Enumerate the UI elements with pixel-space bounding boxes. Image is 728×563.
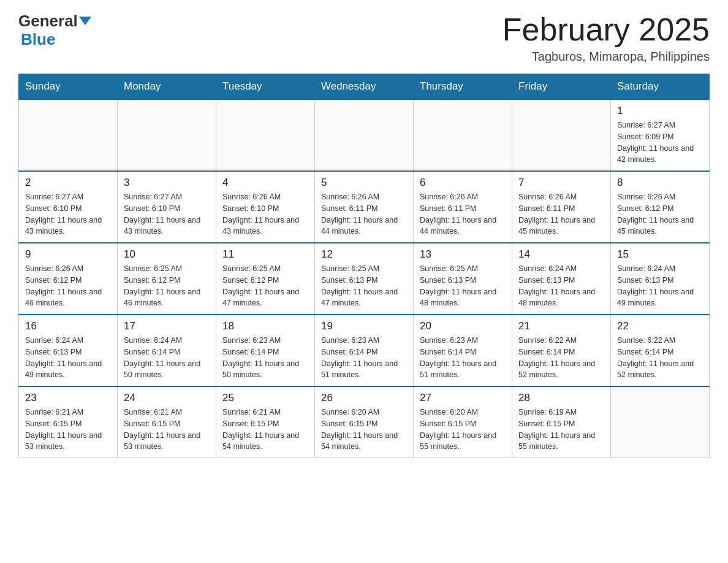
table-row: 4Sunrise: 6:26 AMSunset: 6:10 PMDaylight… xyxy=(216,171,315,243)
month-title: February 2025 xyxy=(502,12,710,47)
day-number: 8 xyxy=(617,177,703,189)
day-info: Sunrise: 6:23 AMSunset: 6:14 PMDaylight:… xyxy=(222,335,308,381)
table-row: 3Sunrise: 6:27 AMSunset: 6:10 PMDaylight… xyxy=(118,171,216,243)
day-info: Sunrise: 6:25 AMSunset: 6:12 PMDaylight:… xyxy=(124,263,210,309)
day-number: 25 xyxy=(222,392,308,404)
table-row: 17Sunrise: 6:24 AMSunset: 6:14 PMDayligh… xyxy=(118,315,216,386)
table-row xyxy=(512,99,611,171)
day-number: 2 xyxy=(25,177,111,189)
day-info: Sunrise: 6:26 AMSunset: 6:11 PMDaylight:… xyxy=(518,191,604,237)
table-row: 19Sunrise: 6:23 AMSunset: 6:14 PMDayligh… xyxy=(315,315,414,386)
day-info: Sunrise: 6:24 AMSunset: 6:13 PMDaylight:… xyxy=(518,263,604,309)
day-info: Sunrise: 6:27 AMSunset: 6:09 PMDaylight:… xyxy=(617,120,703,166)
table-row: 2Sunrise: 6:27 AMSunset: 6:10 PMDaylight… xyxy=(19,171,118,243)
col-monday: Monday xyxy=(118,74,216,100)
table-row: 11Sunrise: 6:25 AMSunset: 6:12 PMDayligh… xyxy=(216,243,315,315)
table-row: 12Sunrise: 6:25 AMSunset: 6:13 PMDayligh… xyxy=(315,243,414,315)
day-info: Sunrise: 6:26 AMSunset: 6:11 PMDaylight:… xyxy=(420,191,506,237)
day-info: Sunrise: 6:25 AMSunset: 6:13 PMDaylight:… xyxy=(420,263,506,309)
day-number: 23 xyxy=(25,392,111,404)
calendar-table: Sunday Monday Tuesday Wednesday Thursday… xyxy=(18,74,710,458)
day-number: 21 xyxy=(518,320,604,332)
title-block: February 2025 Tagburos, Mimaropa, Philip… xyxy=(502,12,710,64)
col-friday: Friday xyxy=(512,74,611,100)
day-info: Sunrise: 6:21 AMSunset: 6:15 PMDaylight:… xyxy=(124,407,210,453)
day-info: Sunrise: 6:23 AMSunset: 6:14 PMDaylight:… xyxy=(420,335,506,381)
logo-arrow-icon xyxy=(79,17,91,25)
table-row: 8Sunrise: 6:26 AMSunset: 6:12 PMDaylight… xyxy=(611,171,710,243)
day-number: 4 xyxy=(222,177,308,189)
day-number: 12 xyxy=(321,248,407,261)
day-number: 14 xyxy=(518,248,604,261)
table-row: 14Sunrise: 6:24 AMSunset: 6:13 PMDayligh… xyxy=(512,243,611,315)
table-row: 13Sunrise: 6:25 AMSunset: 6:13 PMDayligh… xyxy=(414,243,512,315)
day-number: 5 xyxy=(321,177,407,189)
day-info: Sunrise: 6:24 AMSunset: 6:13 PMDaylight:… xyxy=(25,335,111,381)
col-tuesday: Tuesday xyxy=(216,74,315,100)
day-number: 18 xyxy=(222,320,308,332)
day-info: Sunrise: 6:26 AMSunset: 6:11 PMDaylight:… xyxy=(321,191,407,237)
table-row: 18Sunrise: 6:23 AMSunset: 6:14 PMDayligh… xyxy=(216,315,315,386)
table-row: 20Sunrise: 6:23 AMSunset: 6:14 PMDayligh… xyxy=(414,315,512,386)
day-number: 17 xyxy=(124,320,210,332)
table-row: 5Sunrise: 6:26 AMSunset: 6:11 PMDaylight… xyxy=(315,171,414,243)
col-saturday: Saturday xyxy=(611,74,710,100)
day-number: 24 xyxy=(124,392,210,404)
table-row: 22Sunrise: 6:22 AMSunset: 6:14 PMDayligh… xyxy=(611,315,710,386)
page-header: General Blue February 2025 Tagburos, Mim… xyxy=(18,12,710,64)
table-row xyxy=(216,99,315,171)
calendar-header-row: Sunday Monday Tuesday Wednesday Thursday… xyxy=(19,74,710,100)
table-row: 6Sunrise: 6:26 AMSunset: 6:11 PMDaylight… xyxy=(414,171,512,243)
day-number: 10 xyxy=(124,248,210,261)
day-number: 28 xyxy=(518,392,604,404)
day-number: 11 xyxy=(222,248,308,261)
day-info: Sunrise: 6:22 AMSunset: 6:14 PMDaylight:… xyxy=(518,335,604,381)
day-number: 13 xyxy=(420,248,506,261)
logo: General Blue xyxy=(18,12,91,49)
table-row: 9Sunrise: 6:26 AMSunset: 6:12 PMDaylight… xyxy=(19,243,118,315)
day-info: Sunrise: 6:25 AMSunset: 6:12 PMDaylight:… xyxy=(222,263,308,309)
day-number: 7 xyxy=(518,177,604,189)
table-row: 24Sunrise: 6:21 AMSunset: 6:15 PMDayligh… xyxy=(118,386,216,458)
col-wednesday: Wednesday xyxy=(315,74,414,100)
day-number: 16 xyxy=(25,320,111,332)
week-row-4: 16Sunrise: 6:24 AMSunset: 6:13 PMDayligh… xyxy=(19,315,710,386)
logo-general: General xyxy=(18,12,78,30)
table-row xyxy=(315,99,414,171)
table-row: 28Sunrise: 6:19 AMSunset: 6:15 PMDayligh… xyxy=(512,386,611,458)
day-info: Sunrise: 6:26 AMSunset: 6:10 PMDaylight:… xyxy=(222,191,308,237)
day-info: Sunrise: 6:26 AMSunset: 6:12 PMDaylight:… xyxy=(25,263,111,309)
table-row xyxy=(414,99,512,171)
week-row-1: 1Sunrise: 6:27 AMSunset: 6:09 PMDaylight… xyxy=(19,99,710,171)
week-row-3: 9Sunrise: 6:26 AMSunset: 6:12 PMDaylight… xyxy=(19,243,710,315)
day-number: 9 xyxy=(25,248,111,261)
day-info: Sunrise: 6:24 AMSunset: 6:13 PMDaylight:… xyxy=(617,263,703,309)
day-number: 3 xyxy=(124,177,210,189)
day-info: Sunrise: 6:21 AMSunset: 6:15 PMDaylight:… xyxy=(25,407,111,453)
week-row-5: 23Sunrise: 6:21 AMSunset: 6:15 PMDayligh… xyxy=(19,386,710,458)
day-info: Sunrise: 6:19 AMSunset: 6:15 PMDaylight:… xyxy=(518,407,604,453)
day-info: Sunrise: 6:20 AMSunset: 6:15 PMDaylight:… xyxy=(321,407,407,453)
day-info: Sunrise: 6:26 AMSunset: 6:12 PMDaylight:… xyxy=(617,191,703,237)
day-info: Sunrise: 6:21 AMSunset: 6:15 PMDaylight:… xyxy=(222,407,308,453)
table-row: 26Sunrise: 6:20 AMSunset: 6:15 PMDayligh… xyxy=(315,386,414,458)
day-info: Sunrise: 6:22 AMSunset: 6:14 PMDaylight:… xyxy=(617,335,703,381)
day-number: 6 xyxy=(420,177,506,189)
table-row: 15Sunrise: 6:24 AMSunset: 6:13 PMDayligh… xyxy=(611,243,710,315)
day-info: Sunrise: 6:27 AMSunset: 6:10 PMDaylight:… xyxy=(124,191,210,237)
day-info: Sunrise: 6:24 AMSunset: 6:14 PMDaylight:… xyxy=(124,335,210,381)
table-row: 23Sunrise: 6:21 AMSunset: 6:15 PMDayligh… xyxy=(19,386,118,458)
day-number: 15 xyxy=(617,248,703,261)
day-number: 19 xyxy=(321,320,407,332)
table-row: 27Sunrise: 6:20 AMSunset: 6:15 PMDayligh… xyxy=(414,386,512,458)
table-row xyxy=(118,99,216,171)
day-info: Sunrise: 6:27 AMSunset: 6:10 PMDaylight:… xyxy=(25,191,111,237)
day-info: Sunrise: 6:20 AMSunset: 6:15 PMDaylight:… xyxy=(420,407,506,453)
col-thursday: Thursday xyxy=(414,74,512,100)
day-number: 27 xyxy=(420,392,506,404)
day-info: Sunrise: 6:25 AMSunset: 6:13 PMDaylight:… xyxy=(321,263,407,309)
day-number: 20 xyxy=(420,320,506,332)
location: Tagburos, Mimaropa, Philippines xyxy=(502,50,710,64)
table-row xyxy=(19,99,118,171)
table-row: 21Sunrise: 6:22 AMSunset: 6:14 PMDayligh… xyxy=(512,315,611,386)
